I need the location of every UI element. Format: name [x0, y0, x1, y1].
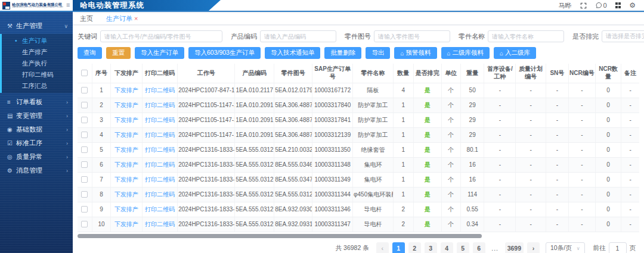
cell-plan-no: -: [530, 206, 531, 213]
user-name[interactable]: 马晔: [559, 1, 572, 10]
select-all-checkbox[interactable]: [81, 70, 88, 76]
page-button-4[interactable]: 4: [441, 242, 453, 253]
dispatch-link[interactable]: 下发排产: [114, 117, 138, 123]
horizontal-scrollbar[interactable]: [78, 234, 482, 238]
dispatch-link[interactable]: 下发排产: [114, 146, 138, 153]
warning-picking-button[interactable]: ⌂预警领料: [394, 47, 436, 59]
tab-home[interactable]: 主页: [80, 14, 93, 23]
dispatch-link[interactable]: 下发排产: [114, 161, 138, 168]
cell-drawing-no: 8EA.555.0346: [275, 161, 312, 168]
print-qrcode-link[interactable]: 打印二维码: [145, 117, 175, 123]
sidebar-item-label: 订单看板: [16, 98, 66, 107]
page-button-3699[interactable]: 3699: [505, 242, 524, 253]
gear-icon[interactable]: ⚙: [629, 2, 636, 9]
cell-ncr-no: -: [581, 132, 583, 138]
goto-page-input[interactable]: [609, 242, 627, 253]
cell-seq: 6: [100, 161, 103, 168]
cell-qty: 1: [402, 176, 405, 183]
cell-ncr-no: -: [581, 102, 583, 108]
close-tab-icon[interactable]: ×: [134, 15, 138, 22]
page-button-1[interactable]: 1: [392, 242, 405, 253]
row-checkbox[interactable]: [81, 191, 88, 198]
row-checkbox[interactable]: [81, 87, 88, 93]
print-qrcode-link[interactable]: 打印二维码: [145, 206, 175, 213]
sidebar-subitem-process-summary[interactable]: 工序汇总: [2, 80, 73, 92]
print-qrcode-link[interactable]: 打印二维码: [145, 132, 175, 138]
cell-qty: 1: [402, 191, 405, 198]
sidebar-item-message-management[interactable]: ⚙消息管理›: [0, 164, 73, 177]
cell-ncr-qty: 0: [606, 221, 610, 227]
row-checkbox[interactable]: [81, 146, 88, 153]
print-qrcode-link[interactable]: 打印二维码: [145, 146, 175, 153]
page-button-3[interactable]: 3: [425, 242, 437, 253]
sidebar-item-base-data[interactable]: ◉基础数据›: [0, 123, 73, 136]
app-title: 哈电动装管理系统: [73, 0, 221, 11]
page-size-select[interactable]: 10条/页∨: [546, 242, 584, 253]
button-label: 重置: [112, 49, 125, 57]
secondary-store-picking-button[interactable]: ⌂二级库领料: [441, 47, 490, 59]
sidebar-item-quality-abnormal[interactable]: ◎质量异常›: [0, 150, 73, 164]
tab-production-order[interactable]: 生产订单 ×: [106, 14, 138, 23]
reset-button[interactable]: 重置: [106, 47, 131, 59]
dispatch-link[interactable]: 下发排产: [114, 102, 138, 108]
import-tech-notice-button[interactable]: 导入技术通知单: [265, 47, 321, 59]
keyword-input[interactable]: [100, 30, 222, 42]
filter-label: 零件图号: [345, 32, 371, 41]
row-checkbox[interactable]: [81, 176, 88, 183]
print-qrcode-link[interactable]: 打印二维码: [145, 87, 175, 93]
print-qrcode-link[interactable]: 打印二维码: [145, 191, 175, 198]
sidebar-item-change-management[interactable]: ▤变更管理›: [0, 109, 73, 123]
row-checkbox[interactable]: [81, 102, 88, 108]
message-icon[interactable]: 0: [595, 2, 607, 9]
row-checkbox[interactable]: [81, 206, 88, 213]
query-button[interactable]: 查询: [78, 47, 102, 59]
schedule-complete-select[interactable]: 请选择是否排完∨: [602, 30, 644, 42]
sidebar-subitem-production-execution[interactable]: 生产执行: [2, 58, 73, 69]
total-count: 共 36982 条: [336, 244, 369, 252]
sidebar-item-production-management[interactable]: ⚒生产管理∨: [0, 19, 73, 33]
dispatch-link[interactable]: 下发排产: [114, 191, 138, 198]
into-secondary-store-button[interactable]: ⌂入二级库: [494, 47, 536, 59]
part-name-input[interactable]: [488, 30, 564, 42]
batch-delete-button[interactable]: 批量删除: [324, 47, 361, 59]
dispatch-link[interactable]: 下发排产: [114, 176, 138, 183]
row-checkbox[interactable]: [81, 221, 88, 227]
import-603-903-order-button[interactable]: 导入603/903生产订单: [188, 47, 261, 59]
next-page-button[interactable]: ›: [527, 242, 540, 253]
board-icon: ≡: [7, 99, 16, 105]
more-pages[interactable]: ...: [489, 242, 501, 253]
print-qrcode-link[interactable]: 打印二维码: [145, 221, 175, 227]
export-button[interactable]: 导出: [366, 47, 390, 59]
print-qrcode-link[interactable]: 打印二维码: [145, 176, 175, 183]
apps-grid-icon[interactable]: [615, 2, 621, 8]
print-qrcode-link[interactable]: 打印二维码: [145, 161, 175, 168]
page-button-2[interactable]: 2: [408, 242, 421, 253]
button-label: 导入603/903生产订单: [194, 49, 255, 57]
cell-work-no: 2024HPC1316-1833-2: [178, 146, 235, 153]
dispatch-link[interactable]: 下发排产: [114, 132, 138, 138]
sidebar-collapse-icon[interactable]: ≡: [66, 1, 70, 8]
import-production-order-button[interactable]: 导入生产订单: [135, 47, 184, 59]
sidebar-subitem-production-order[interactable]: 生产订单: [2, 35, 73, 46]
sidebar-item-standard-process[interactable]: ☑标准工序›: [0, 136, 73, 150]
sidebar-subitem-production-scheduling[interactable]: 生产排产: [2, 46, 73, 58]
print-qrcode-link[interactable]: 打印二维码: [145, 102, 175, 108]
sidebar-item-order-board[interactable]: ≡订单看板›: [0, 95, 73, 109]
part-drawing-no-input[interactable]: [374, 30, 450, 42]
dispatch-link[interactable]: 下发排产: [114, 87, 138, 93]
row-checkbox[interactable]: [81, 132, 88, 138]
row-checkbox[interactable]: [81, 161, 88, 168]
page-button-6[interactable]: 6: [473, 242, 485, 253]
fullscreen-icon[interactable]: [580, 2, 587, 9]
cell-part-name: 导电杆: [364, 221, 382, 227]
chevron-right-icon: ›: [66, 127, 68, 133]
cell-scheduled: 是: [425, 146, 431, 153]
row-checkbox[interactable]: [81, 117, 88, 123]
prev-page-button[interactable]: ‹: [376, 242, 389, 253]
dispatch-link[interactable]: 下发排产: [114, 206, 138, 213]
sidebar-subitem-print-qrcode[interactable]: 打印二维码: [2, 69, 73, 80]
product-code-input[interactable]: [260, 30, 336, 42]
dispatch-link[interactable]: 下发排产: [114, 221, 138, 227]
page-button-5[interactable]: 5: [457, 242, 469, 253]
goto-page: 前往页: [593, 242, 636, 253]
